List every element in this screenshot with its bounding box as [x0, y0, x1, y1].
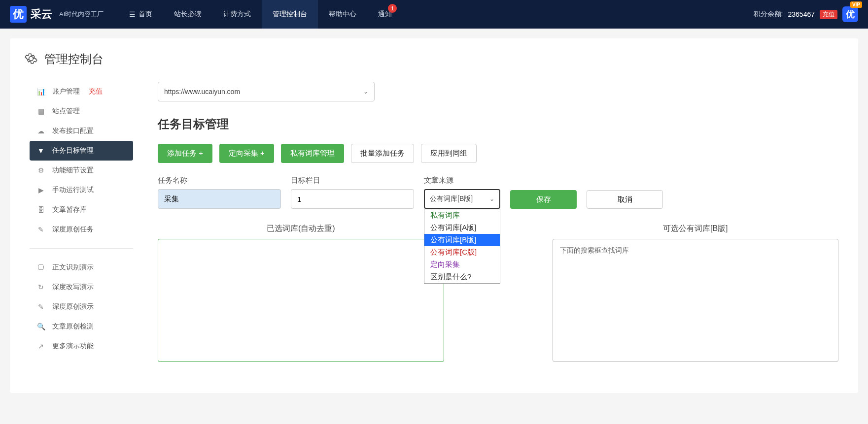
add-task-button[interactable]: 添加任务 + [158, 144, 212, 163]
sidebar-item-run[interactable]: ▶手动运行测试 [30, 180, 133, 200]
sidebar-demo-recognize[interactable]: 🖵正文识别演示 [30, 258, 133, 277]
source-select[interactable]: 公有词库[B版] ⌄ [424, 189, 500, 209]
top-navbar: 优 采云 AI时代内容工厂 ☰首页 站长必读 计费方式 管理控制台 帮助中心 通… [0, 0, 868, 29]
edit-icon: ✎ [36, 303, 45, 311]
section-title: 任务目标管理 [158, 116, 838, 132]
logo-text: 采云 [31, 7, 52, 22]
sidebar-demo-original[interactable]: ✎深度原创演示 [30, 297, 133, 317]
edit-icon: ✎ [36, 226, 45, 233]
private-lib-button[interactable]: 私有词库管理 [281, 144, 344, 163]
monitor-icon: 🖵 [36, 263, 45, 271]
sidebar-item-storage[interactable]: 🗄文章暂存库 [30, 200, 133, 220]
cogs-icon: ⚙ [36, 166, 45, 174]
main-container: 管理控制台 📊账户管理充值 ▤站点管理 ☁发布接口配置 ▼任务目标管理 ⚙功能细… [10, 38, 858, 393]
apply-group-button[interactable]: 应用到同组 [421, 144, 477, 163]
database-icon: 🗄 [36, 206, 45, 214]
available-lib-hint: 下面的搜索框查找词库 [560, 246, 629, 254]
selected-lib-box[interactable] [158, 239, 444, 362]
sidebar: 📊账户管理充值 ▤站点管理 ☁发布接口配置 ▼任务目标管理 ⚙功能细节设置 ▶手… [10, 77, 143, 377]
filter-icon: ▼ [36, 147, 45, 155]
sidebar-item-publish[interactable]: ☁发布接口配置 [30, 121, 133, 141]
source-dropdown-menu: 私有词库 公有词库[A版] 公有词库[B版] 公有词库[C版] 定向采集 区别是… [424, 209, 500, 284]
points-value: 2365467 [788, 10, 815, 18]
direct-collect-button[interactable]: 定向采集 + [219, 144, 274, 163]
play-icon: ▶ [36, 186, 45, 194]
nav-items: ☰首页 站长必读 计费方式 管理控制台 帮助中心 通知1 [118, 0, 403, 29]
task-form-row: 任务名称 目标栏目 文章来源 公有词库[B版] ⌄ 私有词库 [158, 176, 838, 209]
dd-option-b[interactable]: 公有词库[B版] [424, 234, 500, 246]
nav-mustread[interactable]: 站长必读 [163, 0, 212, 29]
nav-home[interactable]: ☰首页 [118, 0, 163, 29]
dd-option-private[interactable]: 私有词库 [424, 209, 500, 222]
target-col-label: 目标栏目 [291, 176, 414, 185]
cancel-button[interactable]: 取消 [587, 190, 663, 209]
dd-option-diff[interactable]: 区别是什么? [424, 271, 500, 283]
action-button-row: 添加任务 + 定向采集 + 私有词库管理 批量添加任务 应用到同组 [158, 144, 838, 163]
main-content: https://www.ucaiyun.com ⌄ 任务目标管理 添加任务 + … [143, 77, 858, 377]
gear-icon [25, 52, 37, 66]
batch-add-button[interactable]: 批量添加任务 [351, 144, 414, 163]
cloud-icon: ☁ [36, 127, 45, 135]
sidebar-demo-more[interactable]: ↗更多演示功能 [30, 336, 133, 356]
share-icon: ↗ [36, 342, 45, 350]
chevron-down-icon: ⌄ [363, 88, 368, 95]
task-name-label: 任务名称 [158, 176, 281, 185]
sidebar-item-original[interactable]: ✎深度原创任务 [30, 220, 133, 239]
sidebar-item-account[interactable]: 📊账户管理充值 [30, 82, 133, 101]
site-icon: ▤ [36, 107, 45, 115]
avatar-box[interactable]: VIP 优 [842, 6, 858, 22]
nav-right: 积分余额: 2365467 充值 VIP 优 [754, 6, 858, 22]
sidebar-item-settings[interactable]: ⚙功能细节设置 [30, 161, 133, 180]
avatar: 优 [842, 6, 858, 22]
sidebar-divider [30, 248, 133, 249]
notify-badge: 1 [388, 4, 397, 13]
dd-option-c[interactable]: 公有词库[C版] [424, 246, 500, 259]
dd-option-a[interactable]: 公有词库[A版] [424, 222, 500, 234]
page-header: 管理控制台 [10, 38, 858, 77]
save-button[interactable]: 保存 [510, 190, 577, 209]
selected-lib-title: 已选词库(自动去重) [158, 224, 444, 234]
logo-subtitle: AI时代内容工厂 [59, 10, 104, 19]
chart-icon: 📊 [36, 88, 45, 96]
target-col-input[interactable] [291, 189, 414, 209]
available-lib-box[interactable]: 下面的搜索框查找词库 [553, 239, 839, 362]
logo-badge: 优 [10, 6, 27, 23]
page-title: 管理控制台 [44, 51, 104, 67]
points-label: 积分余额: [754, 10, 783, 19]
source-select-value: 公有词库[B版] [430, 195, 473, 203]
sidebar-recharge[interactable]: 充值 [89, 87, 103, 96]
sidebar-item-task[interactable]: ▼任务目标管理 [30, 141, 133, 161]
nav-help[interactable]: 帮助中心 [318, 0, 367, 29]
nav-console[interactable]: 管理控制台 [262, 0, 318, 29]
task-name-input[interactable] [158, 189, 281, 209]
list-icon: ☰ [129, 10, 136, 18]
dd-option-direct[interactable]: 定向采集 [424, 259, 500, 271]
site-select-value: https://www.ucaiyun.com [164, 88, 240, 96]
vip-tag: VIP [850, 1, 862, 8]
chevron-down-icon: ⌄ [489, 196, 494, 202]
sidebar-demo-rewrite[interactable]: ↻深度改写演示 [30, 277, 133, 297]
refresh-icon: ↻ [36, 283, 45, 291]
recharge-button[interactable]: 充值 [820, 10, 837, 19]
source-label: 文章来源 [424, 176, 500, 185]
sidebar-demo-check[interactable]: 🔍文章原创检测 [30, 317, 133, 336]
logo[interactable]: 优 采云 AI时代内容工厂 [10, 6, 104, 23]
nav-billing[interactable]: 计费方式 [212, 0, 262, 29]
nav-notify[interactable]: 通知1 [367, 0, 403, 29]
sidebar-item-site[interactable]: ▤站点管理 [30, 101, 133, 121]
available-lib-title: 可选公有词库[B版] [553, 224, 839, 234]
site-select[interactable]: https://www.ucaiyun.com ⌄ [158, 82, 375, 101]
search-icon: 🔍 [36, 323, 45, 330]
